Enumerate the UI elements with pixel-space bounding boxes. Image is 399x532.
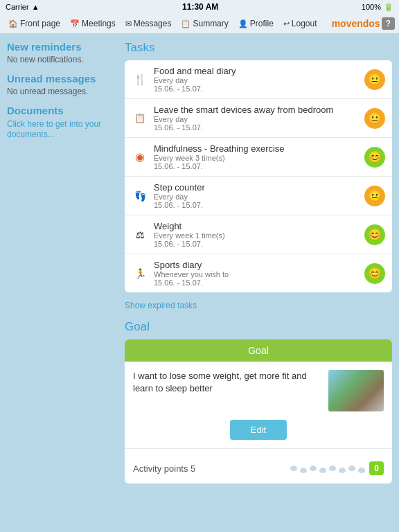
nav-front-page-label: Front page (20, 19, 60, 28)
activity-row: Activity points 5 0 (125, 456, 392, 484)
footprint (339, 468, 346, 473)
help-button[interactable]: ? (382, 17, 395, 30)
tasks-title: Tasks (125, 41, 392, 55)
footprint (290, 466, 297, 471)
status-right: 100% 🔋 (362, 3, 393, 12)
goal-title: Goal (125, 320, 392, 334)
meetings-icon: 📅 (70, 19, 80, 28)
task-name: Step counter (154, 182, 359, 193)
nav-profile-label: Profile (250, 19, 274, 28)
nav-summary[interactable]: 📋 Summary (177, 17, 232, 30)
sidebar: New reminders No new notifications. Unre… (7, 41, 118, 517)
footprint (300, 468, 307, 473)
mindful-icon: ◉ (132, 149, 148, 166)
task-status-badge: 😐 (364, 69, 385, 90)
task-item[interactable]: ⚖ Weight Every week 1 time(s) 15.06. - 1… (125, 215, 392, 254)
weight-icon: ⚖ (132, 227, 148, 243)
goal-text: I want to lose some weight, get more fit… (133, 370, 321, 411)
nav-messages-label: Messages (134, 19, 172, 28)
footprint (329, 466, 336, 471)
task-freq: Every day (154, 193, 359, 201)
goal-body: I want to lose some weight, get more fit… (125, 362, 392, 420)
battery-icon: 🔋 (384, 3, 393, 12)
home-icon: 🏠 (8, 19, 18, 28)
task-status-badge: 😐 (364, 108, 385, 129)
task-item[interactable]: 🍴 Food and meal diary Every day 15.06. -… (125, 60, 392, 99)
task-status-badge: 😐 (364, 186, 385, 206)
task-info: Mindfulness - Breathing exercise Every w… (154, 143, 359, 170)
messages-icon: ✉ (125, 19, 132, 28)
task-item[interactable]: 🏃 Sports diary Whenever you wish to 15.0… (125, 254, 392, 292)
reminders-title: New reminders (7, 41, 118, 53)
goal-image (328, 370, 384, 411)
time-display: 11:30 AM (182, 2, 218, 12)
device-icon: 📋 (132, 110, 148, 127)
nav-front-page[interactable]: 🏠 Front page (4, 17, 64, 30)
activity-visual: 0 (290, 461, 384, 475)
task-name: Mindfulness - Breathing exercise (154, 143, 359, 154)
messages-text: No unread messages. (7, 87, 118, 96)
goal-header: Goal (125, 339, 392, 362)
documents-link[interactable]: Click here to get into your documents... (7, 119, 101, 139)
task-info: Food and meal diary Every day 15.06. - 1… (154, 66, 359, 93)
task-dates: 15.06. - 15.07. (154, 201, 359, 209)
task-dates: 15.06. - 15.07. (154, 162, 359, 170)
task-info: Sports diary Whenever you wish to 15.06.… (154, 260, 359, 287)
navbar: 🏠 Front page 📅 Meetings ✉ Messages 📋 Sum… (0, 14, 399, 34)
logout-icon: ↩ (283, 19, 290, 28)
task-dates: 15.06. - 15.07. (154, 278, 359, 287)
show-expired-link[interactable]: Show expired tasks (125, 298, 197, 313)
task-dates: 15.06. - 15.07. (154, 123, 359, 132)
messages-title: Unread messages (7, 73, 118, 85)
status-left: Carrier ▲ (6, 3, 39, 11)
task-status-badge: 😊 (364, 263, 385, 284)
goal-divider (125, 448, 392, 449)
goal-card: Goal I want to lose some weight, get mor… (125, 339, 392, 484)
wifi-icon: ▲ (32, 3, 39, 11)
task-name: Food and meal diary (154, 66, 359, 76)
content-area: Tasks 🍴 Food and meal diary Every day 15… (125, 41, 392, 517)
footprint-track (290, 463, 365, 473)
task-name: Weight (154, 221, 359, 231)
nav-logout-label: Logout (292, 19, 317, 28)
battery-label: 100% (362, 3, 381, 11)
documents-title: Documents (7, 105, 118, 116)
nav-messages[interactable]: ✉ Messages (121, 17, 176, 30)
footprint (358, 468, 365, 473)
footprint (348, 466, 355, 471)
tasks-list: 🍴 Food and meal diary Every day 15.06. -… (125, 60, 392, 292)
task-name: Sports diary (154, 260, 359, 270)
carrier-label: Carrier (6, 3, 29, 11)
goal-edit-row: Edit (125, 420, 392, 448)
goal-section: Goal Goal I want to lose some weight, ge… (125, 320, 392, 484)
nav-meetings[interactable]: 📅 Meetings (66, 17, 120, 30)
nav-profile[interactable]: 👤 Profile (234, 17, 278, 30)
food-icon: 🍴 (132, 71, 148, 88)
task-status-badge: 😊 (364, 224, 385, 245)
activity-badge: 0 (369, 461, 384, 475)
task-freq: Every day (154, 115, 359, 123)
main-layout: New reminders No new notifications. Unre… (0, 34, 399, 524)
task-item[interactable]: 📋 Leave the smart devices away from bedr… (125, 99, 392, 138)
task-item[interactable]: 👣 Step counter Every day 15.06. - 15.07.… (125, 177, 392, 215)
task-name: Leave the smart devices away from bedroo… (154, 105, 359, 115)
task-info: Step counter Every day 15.06. - 15.07. (154, 182, 359, 209)
footprint (319, 468, 326, 473)
brand-logo: movendos (332, 18, 380, 29)
footer: Powered by movendos Information on servi… (0, 524, 399, 532)
task-dates: 15.06. - 15.07. (154, 240, 359, 248)
step-icon: 👣 (132, 188, 148, 204)
task-freq: Every week 1 time(s) (154, 231, 359, 240)
task-freq: Whenever you wish to (154, 270, 359, 278)
edit-goal-button[interactable]: Edit (230, 420, 287, 440)
footprint (310, 466, 317, 471)
summary-icon: 📋 (181, 19, 190, 28)
nav-logout[interactable]: ↩ Logout (279, 17, 321, 30)
sport-icon: 🏃 (132, 265, 148, 282)
nav-summary-label: Summary (193, 19, 228, 28)
task-item[interactable]: ◉ Mindfulness - Breathing exercise Every… (125, 138, 392, 177)
task-status-badge: 😊 (364, 147, 385, 168)
task-freq: Every day (154, 76, 359, 85)
task-info: Weight Every week 1 time(s) 15.06. - 15.… (154, 221, 359, 248)
nav-meetings-label: Meetings (82, 19, 116, 28)
